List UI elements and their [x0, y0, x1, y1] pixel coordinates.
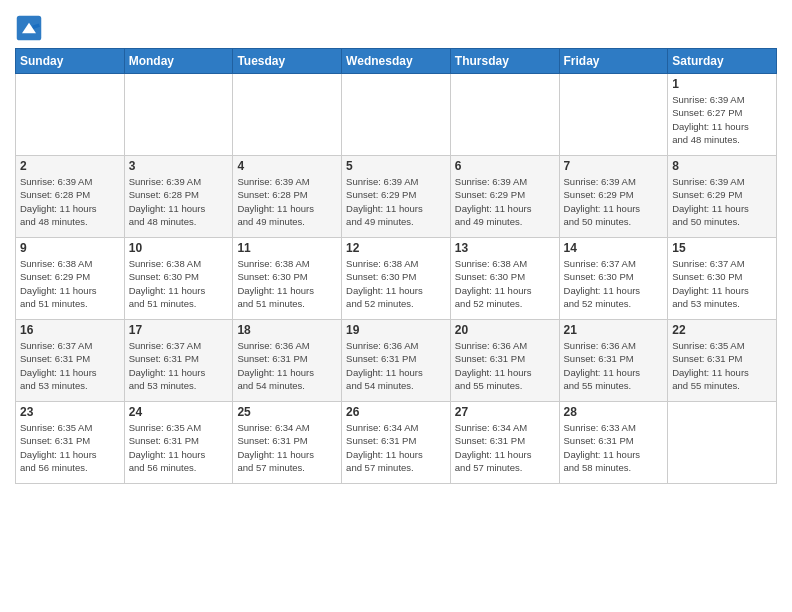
day-cell: 7Sunrise: 6:39 AM Sunset: 6:29 PM Daylig… — [559, 156, 668, 238]
weekday-monday: Monday — [124, 49, 233, 74]
day-number: 25 — [237, 405, 337, 419]
day-number: 4 — [237, 159, 337, 173]
logo-icon — [15, 14, 43, 42]
day-number: 1 — [672, 77, 772, 91]
day-number: 24 — [129, 405, 229, 419]
day-cell — [559, 74, 668, 156]
day-info: Sunrise: 6:35 AM Sunset: 6:31 PM Dayligh… — [20, 421, 120, 474]
week-row-3: 9Sunrise: 6:38 AM Sunset: 6:29 PM Daylig… — [16, 238, 777, 320]
day-number: 16 — [20, 323, 120, 337]
day-info: Sunrise: 6:38 AM Sunset: 6:30 PM Dayligh… — [237, 257, 337, 310]
day-cell: 8Sunrise: 6:39 AM Sunset: 6:29 PM Daylig… — [668, 156, 777, 238]
day-number: 3 — [129, 159, 229, 173]
day-number: 10 — [129, 241, 229, 255]
week-row-1: 1Sunrise: 6:39 AM Sunset: 6:27 PM Daylig… — [16, 74, 777, 156]
day-cell: 5Sunrise: 6:39 AM Sunset: 6:29 PM Daylig… — [342, 156, 451, 238]
weekday-thursday: Thursday — [450, 49, 559, 74]
day-cell: 11Sunrise: 6:38 AM Sunset: 6:30 PM Dayli… — [233, 238, 342, 320]
day-cell: 6Sunrise: 6:39 AM Sunset: 6:29 PM Daylig… — [450, 156, 559, 238]
calendar: SundayMondayTuesdayWednesdayThursdayFrid… — [15, 48, 777, 484]
day-number: 8 — [672, 159, 772, 173]
day-info: Sunrise: 6:38 AM Sunset: 6:29 PM Dayligh… — [20, 257, 120, 310]
day-number: 7 — [564, 159, 664, 173]
day-info: Sunrise: 6:39 AM Sunset: 6:29 PM Dayligh… — [672, 175, 772, 228]
day-cell: 26Sunrise: 6:34 AM Sunset: 6:31 PM Dayli… — [342, 402, 451, 484]
day-cell — [233, 74, 342, 156]
day-info: Sunrise: 6:37 AM Sunset: 6:30 PM Dayligh… — [564, 257, 664, 310]
day-info: Sunrise: 6:39 AM Sunset: 6:29 PM Dayligh… — [346, 175, 446, 228]
day-cell: 3Sunrise: 6:39 AM Sunset: 6:28 PM Daylig… — [124, 156, 233, 238]
day-info: Sunrise: 6:34 AM Sunset: 6:31 PM Dayligh… — [237, 421, 337, 474]
day-cell: 15Sunrise: 6:37 AM Sunset: 6:30 PM Dayli… — [668, 238, 777, 320]
day-info: Sunrise: 6:36 AM Sunset: 6:31 PM Dayligh… — [455, 339, 555, 392]
day-number: 2 — [20, 159, 120, 173]
day-cell: 17Sunrise: 6:37 AM Sunset: 6:31 PM Dayli… — [124, 320, 233, 402]
week-row-2: 2Sunrise: 6:39 AM Sunset: 6:28 PM Daylig… — [16, 156, 777, 238]
day-number: 17 — [129, 323, 229, 337]
day-info: Sunrise: 6:39 AM Sunset: 6:29 PM Dayligh… — [455, 175, 555, 228]
day-number: 11 — [237, 241, 337, 255]
day-cell: 4Sunrise: 6:39 AM Sunset: 6:28 PM Daylig… — [233, 156, 342, 238]
day-info: Sunrise: 6:34 AM Sunset: 6:31 PM Dayligh… — [455, 421, 555, 474]
day-cell: 13Sunrise: 6:38 AM Sunset: 6:30 PM Dayli… — [450, 238, 559, 320]
day-cell: 21Sunrise: 6:36 AM Sunset: 6:31 PM Dayli… — [559, 320, 668, 402]
weekday-wednesday: Wednesday — [342, 49, 451, 74]
day-info: Sunrise: 6:36 AM Sunset: 6:31 PM Dayligh… — [237, 339, 337, 392]
week-row-5: 23Sunrise: 6:35 AM Sunset: 6:31 PM Dayli… — [16, 402, 777, 484]
day-number: 21 — [564, 323, 664, 337]
day-number: 22 — [672, 323, 772, 337]
day-info: Sunrise: 6:38 AM Sunset: 6:30 PM Dayligh… — [455, 257, 555, 310]
day-cell: 28Sunrise: 6:33 AM Sunset: 6:31 PM Dayli… — [559, 402, 668, 484]
day-info: Sunrise: 6:38 AM Sunset: 6:30 PM Dayligh… — [129, 257, 229, 310]
week-row-4: 16Sunrise: 6:37 AM Sunset: 6:31 PM Dayli… — [16, 320, 777, 402]
day-info: Sunrise: 6:37 AM Sunset: 6:31 PM Dayligh… — [20, 339, 120, 392]
day-info: Sunrise: 6:35 AM Sunset: 6:31 PM Dayligh… — [672, 339, 772, 392]
day-number: 5 — [346, 159, 446, 173]
weekday-saturday: Saturday — [668, 49, 777, 74]
day-info: Sunrise: 6:33 AM Sunset: 6:31 PM Dayligh… — [564, 421, 664, 474]
day-info: Sunrise: 6:36 AM Sunset: 6:31 PM Dayligh… — [564, 339, 664, 392]
day-cell — [342, 74, 451, 156]
day-number: 6 — [455, 159, 555, 173]
day-number: 12 — [346, 241, 446, 255]
day-info: Sunrise: 6:34 AM Sunset: 6:31 PM Dayligh… — [346, 421, 446, 474]
day-cell — [16, 74, 125, 156]
day-info: Sunrise: 6:39 AM Sunset: 6:28 PM Dayligh… — [20, 175, 120, 228]
day-info: Sunrise: 6:39 AM Sunset: 6:27 PM Dayligh… — [672, 93, 772, 146]
day-info: Sunrise: 6:37 AM Sunset: 6:31 PM Dayligh… — [129, 339, 229, 392]
day-number: 15 — [672, 241, 772, 255]
day-number: 18 — [237, 323, 337, 337]
day-cell: 16Sunrise: 6:37 AM Sunset: 6:31 PM Dayli… — [16, 320, 125, 402]
day-number: 27 — [455, 405, 555, 419]
day-number: 9 — [20, 241, 120, 255]
day-cell: 25Sunrise: 6:34 AM Sunset: 6:31 PM Dayli… — [233, 402, 342, 484]
day-cell: 14Sunrise: 6:37 AM Sunset: 6:30 PM Dayli… — [559, 238, 668, 320]
day-cell — [124, 74, 233, 156]
day-number: 28 — [564, 405, 664, 419]
day-cell: 1Sunrise: 6:39 AM Sunset: 6:27 PM Daylig… — [668, 74, 777, 156]
day-info: Sunrise: 6:36 AM Sunset: 6:31 PM Dayligh… — [346, 339, 446, 392]
day-number: 20 — [455, 323, 555, 337]
day-info: Sunrise: 6:38 AM Sunset: 6:30 PM Dayligh… — [346, 257, 446, 310]
day-cell: 27Sunrise: 6:34 AM Sunset: 6:31 PM Dayli… — [450, 402, 559, 484]
day-cell: 20Sunrise: 6:36 AM Sunset: 6:31 PM Dayli… — [450, 320, 559, 402]
day-cell: 24Sunrise: 6:35 AM Sunset: 6:31 PM Dayli… — [124, 402, 233, 484]
day-number: 26 — [346, 405, 446, 419]
weekday-sunday: Sunday — [16, 49, 125, 74]
day-cell: 19Sunrise: 6:36 AM Sunset: 6:31 PM Dayli… — [342, 320, 451, 402]
day-number: 14 — [564, 241, 664, 255]
day-cell: 18Sunrise: 6:36 AM Sunset: 6:31 PM Dayli… — [233, 320, 342, 402]
day-info: Sunrise: 6:39 AM Sunset: 6:29 PM Dayligh… — [564, 175, 664, 228]
day-info: Sunrise: 6:37 AM Sunset: 6:30 PM Dayligh… — [672, 257, 772, 310]
header — [15, 10, 777, 42]
day-number: 19 — [346, 323, 446, 337]
day-info: Sunrise: 6:39 AM Sunset: 6:28 PM Dayligh… — [237, 175, 337, 228]
day-cell — [450, 74, 559, 156]
day-cell: 2Sunrise: 6:39 AM Sunset: 6:28 PM Daylig… — [16, 156, 125, 238]
day-cell: 23Sunrise: 6:35 AM Sunset: 6:31 PM Dayli… — [16, 402, 125, 484]
day-info: Sunrise: 6:35 AM Sunset: 6:31 PM Dayligh… — [129, 421, 229, 474]
weekday-header-row: SundayMondayTuesdayWednesdayThursdayFrid… — [16, 49, 777, 74]
day-cell: 22Sunrise: 6:35 AM Sunset: 6:31 PM Dayli… — [668, 320, 777, 402]
day-info: Sunrise: 6:39 AM Sunset: 6:28 PM Dayligh… — [129, 175, 229, 228]
weekday-tuesday: Tuesday — [233, 49, 342, 74]
